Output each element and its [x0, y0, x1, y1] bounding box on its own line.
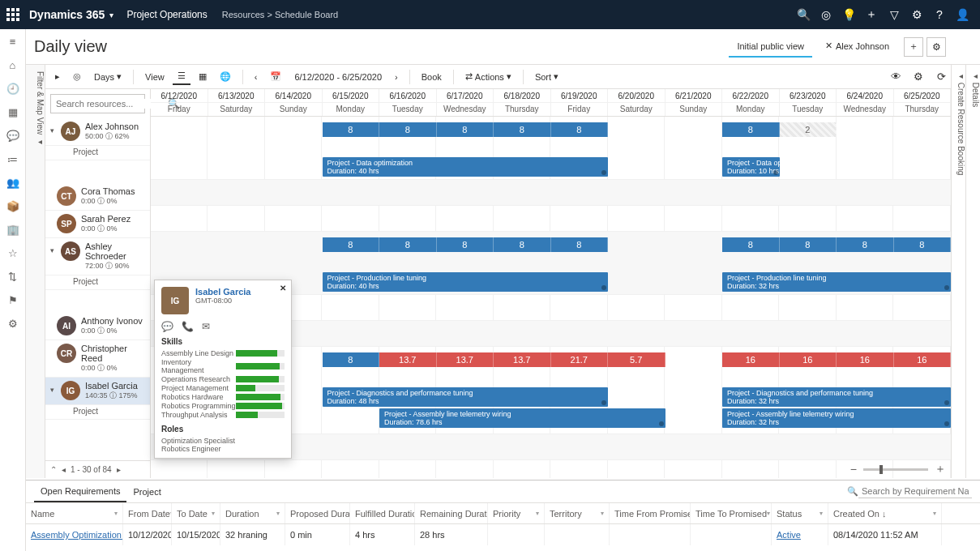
- hour-cell[interactable]: 16: [894, 352, 952, 367]
- booking-bar[interactable]: Project - Data optimizationDuration: 40 …: [323, 157, 609, 177]
- calendar-icon[interactable]: 📅: [265, 69, 286, 84]
- hour-cell[interactable]: 2: [780, 122, 837, 137]
- target-icon[interactable]: ◎: [815, 8, 837, 21]
- filter-map-panel[interactable]: Filter & Map View ◂: [26, 65, 45, 478]
- resource-row[interactable]: SPSarah Perez0:00 ⓘ 0%: [45, 211, 150, 238]
- building-icon[interactable]: 🏢: [6, 224, 19, 236]
- card-name[interactable]: Isabel Garcia: [195, 287, 251, 297]
- hour-cell[interactable]: 16: [837, 352, 894, 367]
- date-column[interactable]: 6/24/2020Wednesday: [837, 89, 894, 116]
- menu-icon[interactable]: ≡: [10, 36, 16, 48]
- list-icon[interactable]: ≔: [7, 153, 18, 165]
- resource-row[interactable]: CRChristopher Reed0:00 ⓘ 0%: [45, 340, 150, 378]
- hour-cell[interactable]: 8: [323, 237, 380, 252]
- settings-icon[interactable]: ⚙: [905, 8, 928, 21]
- hour-cell[interactable]: 8: [379, 237, 437, 252]
- home-icon[interactable]: ⌂: [10, 59, 16, 71]
- date-column[interactable]: 6/15/2020Monday: [323, 89, 380, 116]
- hour-cell[interactable]: 8: [494, 237, 551, 252]
- prev-page-icon[interactable]: ◂: [62, 465, 66, 474]
- hour-cell[interactable]: 8: [437, 122, 494, 137]
- view-globe-icon[interactable]: 🌐: [215, 69, 236, 84]
- col-time-from[interactable]: Time From Promised▾: [610, 503, 691, 523]
- col-priority[interactable]: Priority▾: [488, 503, 545, 523]
- project-row[interactable]: Project: [45, 405, 150, 420]
- box-icon[interactable]: 📦: [6, 200, 19, 212]
- col-duration[interactable]: Duration▾: [220, 503, 285, 523]
- booking-bar[interactable]: Project - Diagnostics and performance tu…: [722, 387, 951, 407]
- hour-cell[interactable]: 8: [722, 237, 780, 252]
- col-from[interactable]: From Date▾: [123, 503, 172, 523]
- hour-cell[interactable]: 8: [437, 237, 494, 252]
- project-row[interactable]: Project: [45, 276, 150, 290]
- date-column[interactable]: 6/19/2020Friday: [551, 89, 609, 116]
- hour-cell[interactable]: 13.7: [379, 352, 437, 367]
- sort-dropdown[interactable]: Sort ▾: [530, 69, 563, 84]
- app-launcher-icon[interactable]: [6, 8, 19, 21]
- date-range[interactable]: 6/12/2020 - 6/25/2020: [289, 70, 387, 84]
- hour-cell[interactable]: 8: [894, 237, 952, 252]
- sort-icon[interactable]: ⇅: [8, 271, 17, 283]
- gear-icon[interactable]: ⚙: [8, 318, 18, 330]
- filter-icon[interactable]: ▽: [883, 8, 905, 21]
- date-column[interactable]: 6/25/2020Thursday: [894, 89, 952, 116]
- hour-cell[interactable]: 5.7: [608, 352, 665, 367]
- refresh-icon[interactable]: ⟳: [931, 70, 951, 83]
- breadcrumb[interactable]: Resources > Schedule Board: [222, 10, 338, 19]
- booking-bar[interactable]: Project - Data optimDuration: 10 hrs: [722, 157, 780, 177]
- date-column[interactable]: 6/20/2020Saturday: [608, 89, 665, 116]
- hour-cell[interactable]: 13.7: [437, 352, 494, 367]
- eye-icon[interactable]: 👁: [886, 70, 905, 83]
- view-list-icon[interactable]: ☰: [173, 68, 190, 85]
- date-column[interactable]: 6/18/2020Thursday: [494, 89, 551, 116]
- search-icon[interactable]: 🔍: [847, 486, 858, 497]
- date-column[interactable]: 6/16/2020Tuesday: [379, 89, 437, 116]
- prev-button[interactable]: ‹: [250, 70, 263, 84]
- user-icon[interactable]: 👤: [951, 8, 974, 21]
- col-time-to[interactable]: Time To Promised▾: [691, 503, 772, 523]
- hour-cell[interactable]: 13.7: [494, 352, 551, 367]
- next-page-icon[interactable]: ▸: [117, 465, 121, 474]
- zoom-in-icon[interactable]: ＋: [935, 462, 946, 476]
- tab-settings-button[interactable]: ⚙: [927, 37, 946, 57]
- col-created[interactable]: Created On ↓▾: [828, 503, 942, 523]
- days-dropdown[interactable]: Days ▾: [89, 69, 126, 84]
- requirement-search[interactable]: [858, 485, 972, 498]
- create-booking-panel[interactable]: ◂ Create Resource Booking: [951, 65, 965, 478]
- status-link[interactable]: Active: [777, 530, 801, 540]
- hour-cell[interactable]: 8: [379, 122, 437, 137]
- plus-icon[interactable]: ＋: [860, 7, 883, 22]
- gear-icon[interactable]: ⚙: [909, 70, 928, 83]
- booking-bar[interactable]: Project - Assembly line telemetry wiring…: [379, 408, 665, 428]
- lightbulb-icon[interactable]: 💡: [837, 8, 860, 21]
- hour-cell[interactable]: 8: [551, 237, 609, 252]
- resource-row[interactable]: CTCora Thomas0:00 ⓘ 0%: [45, 183, 150, 211]
- chevron-down-icon[interactable]: ▾: [109, 11, 113, 19]
- add-tab-button[interactable]: ＋: [904, 37, 923, 57]
- star-icon[interactable]: ☆: [8, 247, 18, 259]
- date-column[interactable]: 6/21/2020Sunday: [665, 89, 723, 116]
- expand-icon[interactable]: ▸: [50, 69, 65, 84]
- tab-project[interactable]: Project: [126, 482, 167, 502]
- grid-icon[interactable]: ▦: [8, 106, 18, 118]
- booking-bar[interactable]: Project - Production line tuningDuration…: [323, 272, 609, 292]
- product-name[interactable]: Project Operations: [126, 9, 207, 20]
- help-icon[interactable]: ?: [928, 8, 951, 21]
- hour-cell[interactable]: 8: [323, 352, 380, 367]
- view-grid-icon[interactable]: ▦: [194, 69, 212, 84]
- date-column[interactable]: 6/13/2020Saturday: [208, 89, 266, 116]
- booking-bar[interactable]: Project - Diagnostics and performance tu…: [323, 387, 609, 407]
- zoom-slider[interactable]: [863, 468, 928, 471]
- resource-row[interactable]: ▾ASAshley Schroeder72:00 ⓘ 90%: [45, 238, 150, 276]
- resource-row[interactable]: AIAnthony Ivonov0:00 ⓘ 0%: [45, 313, 150, 340]
- requirement-link[interactable]: Assembly Optimization at Adatu...: [31, 530, 123, 540]
- tab-user-view[interactable]: ✕Alex Johnson: [815, 36, 897, 58]
- clock-icon[interactable]: 🕘: [6, 83, 19, 95]
- hour-cell[interactable]: 8: [494, 122, 551, 137]
- col-status[interactable]: Status▾: [772, 503, 828, 523]
- book-button[interactable]: Book: [417, 70, 447, 84]
- booking-bar[interactable]: Project - Production line tuningDuration…: [722, 272, 951, 292]
- date-column[interactable]: 6/17/2020Wednesday: [437, 89, 494, 116]
- hour-cell[interactable]: 8: [323, 122, 380, 137]
- collapse-icon[interactable]: ⌃: [50, 465, 57, 474]
